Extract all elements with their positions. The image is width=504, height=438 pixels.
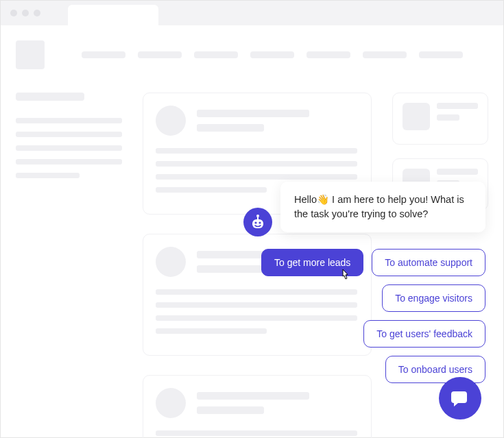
chat-overlay: Hello👋 I am here to help you! What is th… (243, 182, 485, 383)
avatar-placeholder (156, 247, 186, 277)
robot-icon (249, 213, 267, 231)
sidebar-title-placeholder (16, 93, 84, 101)
bot-message-prefix: Hello (294, 194, 317, 205)
chat-launcher-button[interactable] (439, 377, 481, 419)
post-card (143, 375, 372, 438)
quick-reply-button[interactable]: To get users' feedback (363, 320, 485, 348)
nav-item-placeholder (307, 51, 350, 58)
nav-item-placeholder (138, 51, 182, 58)
svg-point-4 (259, 221, 261, 223)
nav-item-placeholder (194, 51, 238, 58)
sidebar-line-placeholder (16, 118, 122, 123)
avatar-placeholder (156, 106, 186, 136)
post-line-placeholder (156, 148, 357, 154)
thumbnail-placeholder (403, 103, 430, 130)
svg-point-3 (254, 221, 256, 223)
quick-reply-button[interactable]: To get more leads (261, 249, 363, 276)
nav-item-placeholder (419, 51, 463, 58)
bot-message-bubble: Hello👋 I am here to help you! What is th… (280, 182, 485, 232)
sidebar-line-placeholder (16, 145, 122, 151)
left-sidebar (16, 93, 122, 438)
window-controls (10, 10, 40, 16)
post-subtitle-placeholder (197, 124, 264, 132)
sidebar-line-placeholder (16, 173, 80, 178)
right-card (392, 93, 488, 145)
post-title-placeholder (197, 110, 309, 117)
chat-icon (450, 388, 470, 409)
nav-item-placeholder (250, 51, 294, 58)
quick-replies: To get more leadsTo automate supportTo e… (243, 249, 485, 383)
nav-bar (82, 51, 463, 58)
post-title-placeholder (197, 392, 309, 400)
cursor-pointer-icon (339, 268, 352, 285)
post-subtitle-placeholder (197, 406, 264, 414)
quick-reply-button[interactable]: To automate support (372, 249, 485, 276)
nav-item-placeholder (82, 51, 125, 58)
line-placeholder (437, 169, 478, 175)
svg-point-0 (256, 215, 259, 217)
sidebar-line-placeholder (16, 132, 122, 137)
window-close-dot[interactable] (10, 10, 17, 16)
line-placeholder (437, 114, 459, 121)
nav-item-placeholder (363, 51, 407, 58)
post-line-placeholder (156, 174, 357, 180)
page-header (16, 40, 488, 69)
sidebar-line-placeholder (16, 159, 122, 165)
bot-avatar (243, 208, 272, 236)
browser-top-bar (1, 1, 503, 25)
avatar-placeholder (156, 388, 186, 418)
line-placeholder (437, 103, 478, 109)
quick-reply-button[interactable]: To engage visitors (382, 284, 485, 312)
post-line-placeholder (156, 430, 357, 436)
browser-tab[interactable] (68, 5, 158, 27)
wave-emoji-icon: 👋 (317, 194, 329, 205)
logo-placeholder (16, 40, 45, 69)
window-minimize-dot[interactable] (22, 10, 29, 16)
browser-window: Hello👋 I am here to help you! What is th… (0, 0, 504, 438)
post-line-placeholder (156, 161, 357, 167)
window-maximize-dot[interactable] (34, 10, 40, 16)
